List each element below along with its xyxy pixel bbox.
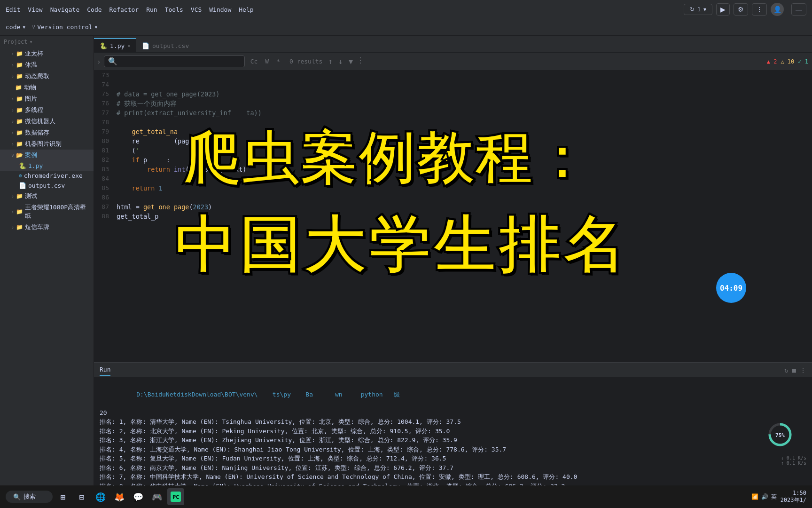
code-line-83: 83 return int(pages[-1].text) — [94, 165, 812, 174]
volume-icon: 🔊 — [761, 493, 768, 500]
language-indicator[interactable]: 英 — [771, 493, 777, 501]
terminal-line-3: 排名: 3, 名称: 浙江大学, Name (EN): Zhejiang Uni… — [100, 436, 806, 445]
sidebar-item-亚太杯[interactable]: › 📁 亚太杯 — [0, 48, 94, 59]
restart-button[interactable]: ↻ — [784, 366, 788, 374]
sidebar-item-体温[interactable]: › 📁 体温 — [0, 59, 94, 71]
sidebar-item-案例[interactable]: ∨ 📂 案例 — [0, 150, 94, 161]
case-sensitive-button[interactable]: Cc — [249, 57, 260, 66]
minimize-button[interactable]: — — [791, 3, 806, 16]
sidebar-item-label: 王者荣耀1080P高清壁纸 — [25, 203, 90, 220]
terminal-tab-run[interactable]: Run — [100, 364, 110, 376]
menu-view[interactable]: View — [28, 6, 42, 13]
run-config-label: 1 — [697, 6, 701, 13]
sidebar-item-label: 微信机器人 — [25, 117, 55, 126]
terminal-body[interactable]: D:\BaiduNetdiskDownload\BOT\venv\ ts\py … — [94, 378, 812, 494]
search-filter-button[interactable]: ▼ — [347, 56, 355, 67]
taskbar-clock[interactable]: 1:50 2023年1/ — [781, 490, 806, 504]
sidebar-item-label: 亚太杯 — [25, 49, 43, 58]
stop-button[interactable]: ■ — [792, 366, 796, 374]
search-input[interactable] — [119, 58, 213, 65]
taskbar-search[interactable]: 🔍 搜索 — [6, 491, 53, 503]
menu-help[interactable]: Help — [239, 6, 253, 13]
terminal-header: Run ↻ ■ ⋮ — [94, 363, 812, 378]
sidebar-item-多线程[interactable]: › 📁 多线程 — [0, 104, 94, 116]
sidebar-item-label: 动物 — [24, 83, 36, 92]
menu-navigate[interactable]: Navigate — [50, 6, 80, 13]
tab-1py[interactable]: 🐍 1.py ✕ — [94, 38, 136, 52]
chevron-right-icon: › — [11, 225, 14, 230]
code-editor[interactable]: 73 74 75 # data = get_one_page(2023) 76 … — [94, 71, 812, 362]
expand-button[interactable]: › — [98, 58, 100, 65]
sidebar-item-图片[interactable]: › 📁 图片 — [0, 93, 94, 104]
more-button[interactable]: ⋮ — [752, 3, 767, 16]
version-control-selector[interactable]: ⑂ Version control ▾ — [31, 24, 98, 31]
run-config-icon: ↻ — [690, 6, 695, 13]
run-config-button[interactable]: ↻ 1 ▾ — [684, 4, 712, 15]
taskbar-pycharm[interactable]: PC — [167, 488, 184, 505]
svg-text:PC: PC — [172, 494, 179, 500]
search-results-count: 0 results — [289, 58, 322, 65]
window-controls: — — [791, 3, 806, 16]
menu-tools[interactable]: Tools — [165, 6, 183, 13]
sidebar-item-动态爬取[interactable]: › 📁 动态爬取 — [0, 71, 94, 82]
sidebar-item-output-csv[interactable]: 📄 output.csv — [0, 181, 94, 190]
sidebar-item-label: output.csv — [28, 182, 65, 189]
menu-vcs[interactable]: VCS — [191, 6, 202, 13]
code-line-80: 80 re (pag — [94, 136, 812, 146]
folder-icon: 📂 — [16, 152, 23, 159]
taskbar-browser-2[interactable]: 🦊 — [111, 488, 128, 505]
project-selector[interactable]: code ▾ — [6, 24, 26, 31]
whole-word-button[interactable]: W — [263, 57, 271, 66]
taskbar-task-view[interactable]: ⊟ — [73, 488, 90, 505]
sidebar-item-chromedriver[interactable]: ⚙ chromedriver.exe — [0, 171, 94, 181]
project-label: code — [6, 24, 20, 31]
network-icon: 📶 — [751, 493, 758, 500]
search-more-button[interactable]: ⋮ — [357, 56, 364, 67]
menu-window[interactable]: Window — [209, 6, 231, 13]
regex-button[interactable]: * — [274, 57, 282, 66]
profile-button[interactable]: 👤 — [771, 3, 784, 16]
menu-run[interactable]: Run — [146, 6, 157, 13]
search-prev-button[interactable]: ↑ — [326, 56, 335, 67]
menu-code[interactable]: Code — [87, 6, 102, 13]
chevron-right-icon: › — [11, 96, 14, 102]
search-next-button[interactable]: ↓ — [336, 56, 345, 67]
sidebar-item-数据储存[interactable]: › 📁 数据储存 — [0, 127, 94, 138]
csv-file-icon: 📄 — [19, 182, 26, 189]
taskbar: 🔍 搜索 ⊞ ⊟ 🌐 🦊 💬 🎮 PC 📶 🔊 英 1:50 2023年1/ — [0, 485, 812, 508]
sidebar-project-header[interactable]: Project ▾ — [0, 36, 94, 48]
terminal-more-button[interactable]: ⋮ — [800, 366, 806, 374]
terminal-line-6: 排名: 6, 名称: 南京大学, Name (EN): Nanjing Univ… — [100, 463, 806, 473]
sidebar-item-label: 案例 — [25, 151, 37, 159]
sidebar-item-王者荣耀[interactable]: › 📁 王者荣耀1080P高清壁纸 — [0, 202, 94, 222]
sidebar-item-机器图片识别[interactable]: › 📁 机器图片识别 — [0, 138, 94, 150]
sidebar-item-1py[interactable]: 🐍 1.py — [0, 161, 94, 171]
tab-label: output.csv — [152, 42, 189, 49]
settings-button[interactable]: ⚙ — [734, 3, 748, 16]
network-down-value: ↓ 0.1 K/s — [781, 455, 806, 460]
run-button[interactable]: ▶ — [716, 3, 730, 16]
taskbar-chat[interactable]: 💬 — [130, 488, 147, 505]
terminal-line-1: 排名: 1, 名称: 清华大学, Name (EN): Tsinghua Uni… — [100, 417, 806, 427]
code-line-76: 76 # 获取一个页面内容 — [94, 99, 812, 108]
menu-refactor[interactable]: Refactor — [109, 6, 139, 13]
ok-badge: ✓ 1 — [798, 58, 808, 65]
code-line-74: 74 — [94, 80, 812, 89]
taskbar-windows-button[interactable]: ⊞ — [55, 488, 71, 505]
folder-icon: 📁 — [16, 208, 23, 215]
sidebar-item-短信车牌[interactable]: › 📁 短信车牌 — [0, 222, 94, 233]
code-line-87: 87 html = get_one_page(2023) — [94, 202, 812, 212]
search-icon: 🔍 — [13, 493, 21, 500]
chevron-down-icon: ∨ — [11, 153, 14, 158]
taskbar-browser-1[interactable]: 🌐 — [92, 488, 109, 505]
sidebar-item-动物[interactable]: 📁 动物 — [0, 82, 94, 93]
sidebar-item-微信机器人[interactable]: › 📁 微信机器人 — [0, 116, 94, 127]
menu-edit[interactable]: Edit — [6, 6, 20, 13]
tab-output-csv[interactable]: 📄 output.csv — [136, 38, 195, 52]
sidebar-item-测试[interactable]: › 📁 测试 — [0, 190, 94, 202]
folder-icon: 📁 — [16, 50, 23, 57]
code-lines-container: 73 74 75 # data = get_one_page(2023) 76 … — [94, 71, 812, 362]
search-options: Cc W * — [249, 57, 282, 66]
taskbar-game[interactable]: 🎮 — [148, 488, 165, 505]
tab-close-button[interactable]: ✕ — [127, 43, 131, 49]
